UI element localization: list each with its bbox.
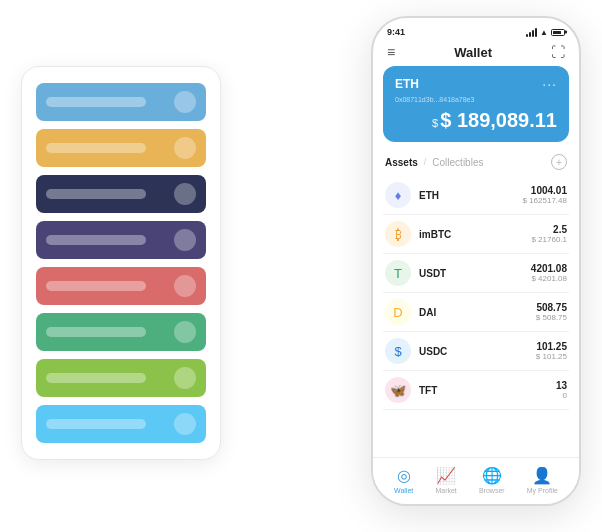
expand-icon[interactable]: ⛶ [551,44,565,60]
signal-icon [526,28,537,37]
asset-right: 1004.01 $ 162517.48 [523,185,568,205]
stack-card-label-3 [46,235,146,245]
nav-icon-browser: 🌐 [482,466,502,485]
asset-left: ₿ imBTC [385,221,451,247]
asset-name-usdt: USDT [419,268,446,279]
asset-item-dai[interactable]: D DAI 508.75 $ 508.75 [383,293,569,332]
asset-icon-usdt: T [385,260,411,286]
phone-header: ≡ Wallet ⛶ [373,40,579,66]
asset-icon-imbtc: ₿ [385,221,411,247]
stack-card-1[interactable] [36,129,206,167]
stack-card-icon-3 [174,229,196,251]
stack-card-icon-7 [174,413,196,435]
wifi-icon: ▲ [540,28,548,37]
asset-icon-tft: 🦋 [385,377,411,403]
asset-name-tft: TFT [419,385,437,396]
stack-card-label-1 [46,143,146,153]
asset-name-dai: DAI [419,307,436,318]
asset-list: ♦ ETH 1004.01 $ 162517.48 ₿ imBTC 2.5 $ … [373,176,579,457]
nav-icon-market: 📈 [436,466,456,485]
menu-icon[interactable]: ≡ [387,45,395,59]
stack-card-0[interactable] [36,83,206,121]
assets-header: Assets / Collectibles + [373,150,579,176]
asset-item-imbtc[interactable]: ₿ imBTC 2.5 $ 21760.1 [383,215,569,254]
asset-left: 🦋 TFT [385,377,437,403]
asset-usd-imbtc: $ 21760.1 [531,235,567,244]
eth-card[interactable]: ETH ··· 0x08711d3b...8418a78e3 $$ 189,08… [383,66,569,142]
status-icons: ▲ [526,28,565,37]
asset-right: 2.5 $ 21760.1 [531,224,567,244]
bottom-nav: ◎Wallet📈Market🌐Browser👤My Profile [373,457,579,504]
asset-amount-eth: 1004.01 [523,185,568,196]
eth-dollar-sign: $ [432,117,438,129]
stack-card-6[interactable] [36,359,206,397]
asset-usd-tft: 0 [556,391,567,400]
stack-card-icon-5 [174,321,196,343]
stack-card-icon-0 [174,91,196,113]
asset-amount-tft: 13 [556,380,567,391]
phone-time: 9:41 [387,27,405,37]
asset-left: D DAI [385,299,436,325]
asset-amount-dai: 508.75 [536,302,567,313]
add-asset-button[interactable]: + [551,154,567,170]
eth-card-more-icon[interactable]: ··· [542,76,557,92]
stack-card-2[interactable] [36,175,206,213]
asset-right: 13 0 [556,380,567,400]
asset-amount-imbtc: 2.5 [531,224,567,235]
stack-card-label-2 [46,189,146,199]
nav-item-browser[interactable]: 🌐Browser [479,466,505,494]
eth-card-amount: $$ 189,089.11 [395,109,557,132]
nav-icon-wallet: ◎ [397,466,411,485]
asset-item-eth[interactable]: ♦ ETH 1004.01 $ 162517.48 [383,176,569,215]
asset-usd-usdt: $ 4201.08 [531,274,567,283]
card-stack [21,66,221,460]
asset-right: 508.75 $ 508.75 [536,302,567,322]
asset-icon-eth: ♦ [385,182,411,208]
asset-item-tft[interactable]: 🦋 TFT 13 0 [383,371,569,410]
asset-name-imbtc: imBTC [419,229,451,240]
stack-card-7[interactable] [36,405,206,443]
nav-label-browser: Browser [479,487,505,494]
phone: 9:41 ▲ ≡ Wallet ⛶ ETH [371,16,581,506]
nav-icon-my-profile: 👤 [532,466,552,485]
nav-label-market: Market [435,487,456,494]
stack-card-label-4 [46,281,146,291]
nav-item-wallet[interactable]: ◎Wallet [394,466,413,494]
tab-assets[interactable]: Assets [385,157,418,168]
asset-right: 101.25 $ 101.25 [536,341,567,361]
stack-card-icon-6 [174,367,196,389]
asset-icon-usdc: $ [385,338,411,364]
stack-card-4[interactable] [36,267,206,305]
eth-card-top: ETH ··· [395,76,557,92]
tab-collectibles[interactable]: Collectibles [432,157,483,168]
asset-left: $ USDC [385,338,447,364]
stack-card-label-6 [46,373,146,383]
scene: 9:41 ▲ ≡ Wallet ⛶ ETH [21,16,581,516]
asset-icon-dai: D [385,299,411,325]
asset-name-usdc: USDC [419,346,447,357]
asset-amount-usdt: 4201.08 [531,263,567,274]
asset-amount-usdc: 101.25 [536,341,567,352]
asset-left: T USDT [385,260,446,286]
stack-card-label-0 [46,97,146,107]
nav-label-my-profile: My Profile [527,487,558,494]
asset-usd-dai: $ 508.75 [536,313,567,322]
asset-item-usdc[interactable]: $ USDC 101.25 $ 101.25 [383,332,569,371]
page-title: Wallet [454,45,492,60]
nav-item-my-profile[interactable]: 👤My Profile [527,466,558,494]
stack-card-5[interactable] [36,313,206,351]
nav-item-market[interactable]: 📈Market [435,466,456,494]
eth-card-title: ETH [395,77,419,91]
status-bar: 9:41 ▲ [373,18,579,40]
asset-left: ♦ ETH [385,182,439,208]
tab-divider: / [424,157,427,167]
stack-card-3[interactable] [36,221,206,259]
stack-card-label-7 [46,419,146,429]
stack-card-icon-2 [174,183,196,205]
asset-usd-usdc: $ 101.25 [536,352,567,361]
battery-icon [551,29,565,36]
asset-item-usdt[interactable]: T USDT 4201.08 $ 4201.08 [383,254,569,293]
assets-tabs: Assets / Collectibles [385,157,483,168]
asset-name-eth: ETH [419,190,439,201]
asset-right: 4201.08 $ 4201.08 [531,263,567,283]
